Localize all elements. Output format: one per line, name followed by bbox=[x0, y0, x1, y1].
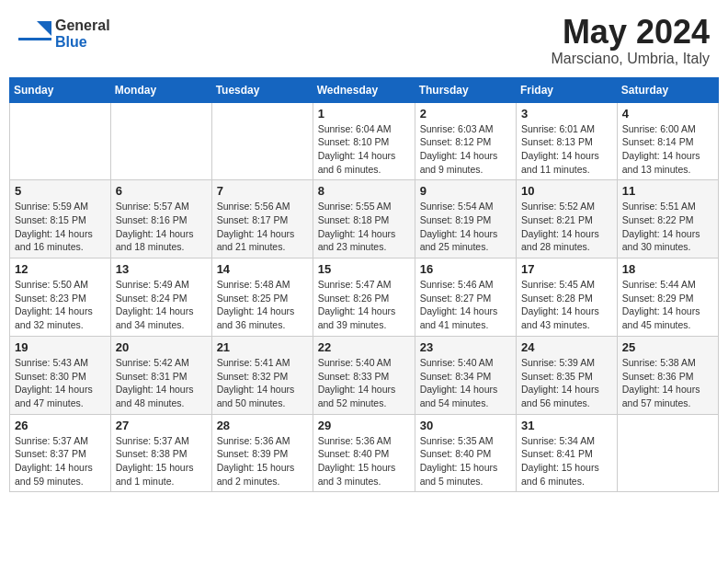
day-info: Sunrise: 5:57 AMSunset: 8:16 PMDaylight:… bbox=[116, 200, 207, 254]
calendar-day-cell: 10 Sunrise: 5:52 AMSunset: 8:21 PMDaylig… bbox=[517, 180, 618, 259]
day-number: 23 bbox=[420, 340, 511, 354]
calendar-day-cell: 22 Sunrise: 5:40 AMSunset: 8:33 PMDaylig… bbox=[313, 336, 415, 414]
day-info: Sunrise: 5:48 AMSunset: 8:25 PMDaylight:… bbox=[217, 278, 308, 332]
calendar-day-cell: 25 Sunrise: 5:38 AMSunset: 8:36 PMDaylig… bbox=[617, 336, 718, 414]
day-info: Sunrise: 5:47 AMSunset: 8:26 PMDaylight:… bbox=[318, 278, 410, 332]
calendar-day-cell: 4 Sunrise: 6:00 AMSunset: 8:14 PMDayligh… bbox=[617, 102, 718, 180]
day-number: 3 bbox=[521, 107, 612, 121]
logo-svg bbox=[18, 17, 51, 51]
calendar-day-cell: 15 Sunrise: 5:47 AMSunset: 8:26 PMDaylig… bbox=[313, 259, 415, 337]
day-info: Sunrise: 5:45 AMSunset: 8:28 PMDaylight:… bbox=[521, 278, 612, 332]
svg-marker-0 bbox=[37, 21, 51, 36]
day-info: Sunrise: 5:37 AMSunset: 8:38 PMDaylight:… bbox=[116, 434, 207, 488]
calendar-day-cell: 6 Sunrise: 5:57 AMSunset: 8:16 PMDayligh… bbox=[110, 180, 211, 259]
calendar-day-cell bbox=[617, 414, 718, 492]
day-number: 17 bbox=[521, 262, 612, 276]
calendar-day-cell: 28 Sunrise: 5:36 AMSunset: 8:39 PMDaylig… bbox=[211, 414, 313, 492]
day-info: Sunrise: 5:37 AMSunset: 8:37 PMDaylight:… bbox=[15, 434, 106, 488]
day-number: 13 bbox=[116, 262, 207, 276]
day-info: Sunrise: 6:03 AMSunset: 8:12 PMDaylight:… bbox=[420, 122, 511, 177]
day-number: 29 bbox=[318, 419, 410, 432]
page-header: General Blue May 2024 Marsciano, Umbria,… bbox=[9, 9, 719, 72]
calendar-day-cell: 7 Sunrise: 5:56 AMSunset: 8:17 PMDayligh… bbox=[211, 180, 313, 259]
calendar-day-cell bbox=[110, 102, 211, 180]
calendar-day-cell: 27 Sunrise: 5:37 AMSunset: 8:38 PMDaylig… bbox=[110, 414, 211, 492]
calendar-day-cell: 5 Sunrise: 5:59 AMSunset: 8:15 PMDayligh… bbox=[10, 180, 111, 259]
calendar-day-cell: 24 Sunrise: 5:39 AMSunset: 8:35 PMDaylig… bbox=[517, 336, 618, 414]
logo-text-block: General Blue bbox=[55, 17, 110, 50]
day-info: Sunrise: 5:44 AMSunset: 8:29 PMDaylight:… bbox=[622, 278, 713, 332]
day-info: Sunrise: 6:00 AMSunset: 8:14 PMDaylight:… bbox=[622, 122, 713, 177]
day-number: 22 bbox=[318, 340, 410, 354]
day-info: Sunrise: 5:50 AMSunset: 8:23 PMDaylight:… bbox=[15, 278, 106, 332]
day-number: 27 bbox=[116, 419, 207, 432]
calendar-day-cell: 31 Sunrise: 5:34 AMSunset: 8:41 PMDaylig… bbox=[517, 414, 618, 492]
day-number: 8 bbox=[318, 184, 410, 198]
logo-blue-text: Blue bbox=[55, 34, 110, 51]
title-block: May 2024 Marsciano, Umbria, Italy bbox=[552, 14, 711, 67]
day-number: 14 bbox=[217, 262, 308, 276]
day-number: 21 bbox=[217, 340, 308, 354]
day-info: Sunrise: 5:51 AMSunset: 8:22 PMDaylight:… bbox=[622, 200, 713, 254]
calendar-day-cell: 11 Sunrise: 5:51 AMSunset: 8:22 PMDaylig… bbox=[617, 180, 718, 259]
day-info: Sunrise: 5:36 AMSunset: 8:39 PMDaylight:… bbox=[217, 434, 308, 488]
day-number: 11 bbox=[622, 184, 713, 198]
day-info: Sunrise: 5:59 AMSunset: 8:15 PMDaylight:… bbox=[15, 200, 106, 254]
day-info: Sunrise: 5:39 AMSunset: 8:35 PMDaylight:… bbox=[521, 356, 612, 410]
day-number: 18 bbox=[622, 262, 713, 276]
day-info: Sunrise: 5:52 AMSunset: 8:21 PMDaylight:… bbox=[521, 200, 612, 254]
calendar-week-row: 19 Sunrise: 5:43 AMSunset: 8:30 PMDaylig… bbox=[10, 336, 719, 414]
day-info: Sunrise: 5:56 AMSunset: 8:17 PMDaylight:… bbox=[217, 200, 308, 254]
day-info: Sunrise: 5:34 AMSunset: 8:41 PMDaylight:… bbox=[521, 434, 612, 488]
day-info: Sunrise: 5:35 AMSunset: 8:40 PMDaylight:… bbox=[420, 434, 511, 488]
day-number: 24 bbox=[521, 340, 612, 354]
header-tuesday: Tuesday bbox=[211, 77, 313, 102]
calendar-day-cell: 26 Sunrise: 5:37 AMSunset: 8:37 PMDaylig… bbox=[10, 414, 111, 492]
calendar-day-cell: 13 Sunrise: 5:49 AMSunset: 8:24 PMDaylig… bbox=[110, 259, 211, 337]
calendar-day-cell: 30 Sunrise: 5:35 AMSunset: 8:40 PMDaylig… bbox=[415, 414, 516, 492]
day-number: 2 bbox=[420, 107, 511, 121]
day-info: Sunrise: 5:46 AMSunset: 8:27 PMDaylight:… bbox=[420, 278, 511, 332]
header-wednesday: Wednesday bbox=[313, 77, 415, 102]
day-number: 19 bbox=[15, 340, 106, 354]
calendar-day-cell bbox=[10, 102, 111, 180]
day-info: Sunrise: 5:41 AMSunset: 8:32 PMDaylight:… bbox=[217, 356, 308, 410]
calendar-day-cell: 23 Sunrise: 5:40 AMSunset: 8:34 PMDaylig… bbox=[415, 336, 516, 414]
calendar-day-cell bbox=[211, 102, 313, 180]
day-number: 4 bbox=[622, 107, 713, 121]
day-number: 6 bbox=[116, 184, 207, 198]
location-subtitle: Marsciano, Umbria, Italy bbox=[552, 51, 711, 67]
header-saturday: Saturday bbox=[617, 77, 718, 102]
day-info: Sunrise: 5:36 AMSunset: 8:40 PMDaylight:… bbox=[318, 434, 410, 488]
day-info: Sunrise: 6:01 AMSunset: 8:13 PMDaylight:… bbox=[521, 122, 612, 177]
day-number: 16 bbox=[420, 262, 511, 276]
calendar-day-cell: 3 Sunrise: 6:01 AMSunset: 8:13 PMDayligh… bbox=[517, 102, 618, 180]
calendar-day-cell: 9 Sunrise: 5:54 AMSunset: 8:19 PMDayligh… bbox=[415, 180, 516, 259]
calendar-day-cell: 17 Sunrise: 5:45 AMSunset: 8:28 PMDaylig… bbox=[517, 259, 618, 337]
calendar-day-cell: 18 Sunrise: 5:44 AMSunset: 8:29 PMDaylig… bbox=[617, 259, 718, 337]
day-info: Sunrise: 5:43 AMSunset: 8:30 PMDaylight:… bbox=[15, 356, 106, 410]
day-number: 5 bbox=[15, 184, 106, 198]
calendar-table: Sunday Monday Tuesday Wednesday Thursday… bbox=[9, 77, 719, 493]
calendar-week-row: 26 Sunrise: 5:37 AMSunset: 8:37 PMDaylig… bbox=[10, 414, 719, 492]
day-number: 12 bbox=[15, 262, 106, 276]
calendar-week-row: 1 Sunrise: 6:04 AMSunset: 8:10 PMDayligh… bbox=[10, 102, 719, 180]
day-number: 1 bbox=[318, 107, 410, 121]
day-number: 7 bbox=[217, 184, 308, 198]
header-friday: Friday bbox=[517, 77, 618, 102]
logo-container: General Blue bbox=[18, 17, 110, 51]
calendar-day-cell: 2 Sunrise: 6:03 AMSunset: 8:12 PMDayligh… bbox=[415, 102, 516, 180]
logo-general-text: General bbox=[55, 17, 110, 34]
calendar-week-row: 12 Sunrise: 5:50 AMSunset: 8:23 PMDaylig… bbox=[10, 259, 719, 337]
calendar-week-row: 5 Sunrise: 5:59 AMSunset: 8:15 PMDayligh… bbox=[10, 180, 719, 259]
calendar-day-cell: 12 Sunrise: 5:50 AMSunset: 8:23 PMDaylig… bbox=[10, 259, 111, 337]
day-info: Sunrise: 6:04 AMSunset: 8:10 PMDaylight:… bbox=[318, 122, 410, 177]
day-info: Sunrise: 5:42 AMSunset: 8:31 PMDaylight:… bbox=[116, 356, 207, 410]
calendar-day-cell: 20 Sunrise: 5:42 AMSunset: 8:31 PMDaylig… bbox=[110, 336, 211, 414]
day-info: Sunrise: 5:54 AMSunset: 8:19 PMDaylight:… bbox=[420, 200, 511, 254]
calendar-day-cell: 1 Sunrise: 6:04 AMSunset: 8:10 PMDayligh… bbox=[313, 102, 415, 180]
day-number: 28 bbox=[217, 419, 308, 432]
day-number: 9 bbox=[420, 184, 511, 198]
header-monday: Monday bbox=[110, 77, 211, 102]
logo: General Blue bbox=[18, 14, 110, 51]
